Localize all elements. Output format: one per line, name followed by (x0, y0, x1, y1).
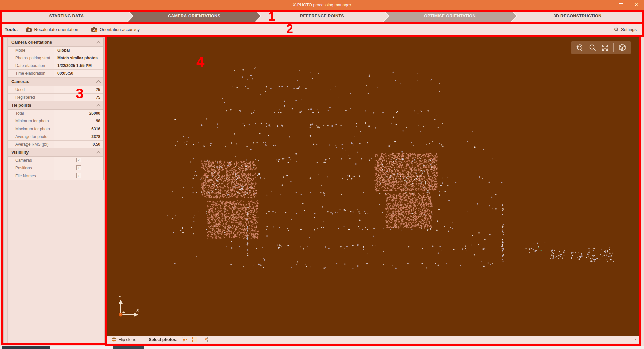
axis-z-label: Z (122, 309, 125, 314)
expand-arrows-icon (601, 43, 609, 52)
property-row: Total26000 (8, 110, 103, 117)
bottom-bar-resize-dash: - (635, 337, 636, 342)
property-value: 6316 (54, 125, 103, 133)
panel-splitter[interactable] (4, 209, 104, 209)
panel-scrollbar-track[interactable] (4, 38, 8, 344)
settings-button[interactable]: ⚙ Settings (611, 26, 639, 33)
collapse-chevron-icon[interactable] (96, 151, 101, 155)
orientation-accuracy-button[interactable]: Orientation accuracy (88, 26, 142, 33)
visibility-checkbox[interactable]: ✓ (76, 165, 81, 170)
section-header-cameras[interactable]: Cameras (8, 78, 103, 86)
restore-icon (619, 3, 623, 7)
point-cloud-canvas[interactable] (107, 37, 639, 336)
axis-y-label: Y (119, 295, 122, 300)
tools-label: Tools: (5, 27, 18, 32)
visibility-checkbox[interactable]: ✓ (76, 173, 81, 178)
fit-view-button[interactable] (599, 42, 611, 53)
toolbar-separator (85, 26, 85, 33)
property-value: 75 (54, 86, 103, 93)
property-row: Used75 (8, 86, 103, 94)
cube-view-button[interactable]: 3D (616, 42, 628, 53)
property-label: Mode (8, 47, 54, 54)
property-row: Average for photo2378 (8, 133, 103, 141)
properties-table: Camera orientationsModeGlobalPhotos pair… (8, 38, 104, 180)
workflow-tab-starting-data[interactable]: STARTING DATA (0, 10, 133, 22)
property-row: Registered75 (8, 94, 103, 101)
collapse-chevron-icon[interactable] (96, 41, 101, 45)
deselect-photos-button[interactable] (201, 337, 209, 342)
visibility-checkbox[interactable]: ✓ (76, 158, 81, 162)
point-cloud-viewport[interactable]: 3D Y X Z (107, 37, 639, 336)
property-label: Photos pairing strat... (8, 54, 54, 62)
property-label: Positions (8, 164, 54, 172)
workflow-tab-camera-orientations[interactable]: CAMERA ORIENTATIONS (128, 10, 261, 22)
app-window: { "window": { "title": "X-PHOTO processi… (0, 0, 644, 349)
section-header-tie-points[interactable]: Tie points (8, 101, 103, 110)
property-row: File Names✓ (8, 172, 103, 180)
viewport-bottom-bar: Flip cloud Select photos: - (107, 336, 639, 343)
property-row: Positions✓ (8, 164, 103, 172)
collapse-chevron-icon[interactable] (96, 104, 101, 108)
workflow-tab-reference-points[interactable]: REFERENCE POINTS (256, 10, 388, 22)
property-value: 2378 (54, 133, 103, 140)
select-photos-point-button[interactable] (180, 337, 188, 342)
gear-icon: ⚙ (614, 27, 619, 32)
bottom-bar-separator (143, 336, 143, 343)
property-row: Average RMS (px)0.50 (8, 141, 103, 148)
property-row: ModeGlobal (8, 47, 103, 54)
property-label: Average for photo (8, 133, 54, 140)
workflow-tab-optimise-orientation[interactable]: OPTIMISE ORIENTATION (383, 10, 516, 22)
restore-window-button[interactable] (613, 0, 629, 10)
property-value: 26000 (54, 110, 103, 117)
close-window-button[interactable]: × (629, 0, 644, 10)
property-label: Registered (8, 94, 54, 101)
zoom-button[interactable] (587, 42, 598, 53)
section-header-camera-orientations[interactable]: Camera orientations (8, 38, 103, 47)
taskbar-segment (2, 346, 50, 349)
titlebar: X-PHOTO processing manager × (0, 0, 644, 10)
camera-accuracy-icon (91, 27, 97, 32)
select-photos-label: Select photos: (149, 337, 178, 342)
property-label: Total (8, 110, 54, 117)
property-row: Date elaboration1/22/2025 1:55 PM (8, 62, 103, 70)
property-row: Minimum for photo98 (8, 117, 103, 125)
viewport-toolbar-separator (613, 43, 614, 52)
tools-toolbar: Tools: Recalculate orientation Orientati… (0, 22, 644, 36)
recalculate-orientation-button[interactable]: Recalculate orientation (23, 26, 81, 33)
deselect-icon (203, 337, 208, 342)
section-header-visibility[interactable]: Visibility (8, 148, 103, 157)
bottom-edge-strip (0, 346, 644, 349)
reset-rotation-button[interactable] (574, 42, 585, 53)
rotate-zoom-icon (575, 43, 584, 52)
main-area: Camera orientationsModeGlobalPhotos pair… (0, 36, 644, 346)
property-value: Match similar photos (54, 54, 103, 62)
property-value: Global (54, 47, 103, 54)
flip-cloud-icon (111, 337, 116, 342)
select-photos-rectangle-button[interactable] (191, 337, 199, 342)
section-title: Tie points (11, 103, 31, 108)
viewport-toolbar: 3D (571, 41, 631, 54)
window-controls: × (613, 0, 644, 10)
workflow-tabs: STARTING DATACAMERA ORIENTATIONSREFERENC… (0, 10, 644, 22)
property-value: ✓ (54, 164, 103, 172)
window-title: X-PHOTO processing manager (293, 3, 351, 7)
flip-cloud-button[interactable]: Flip cloud (110, 337, 138, 342)
axis-x-label: X (136, 308, 139, 313)
property-label: File Names (8, 172, 54, 180)
select-point-icon (182, 337, 187, 342)
property-row: Cameras✓ (8, 157, 103, 164)
property-label: Maximum for photo (8, 125, 54, 133)
settings-label: Settings (621, 27, 637, 32)
property-row: Photos pairing strat...Match similar pho… (8, 54, 103, 62)
property-value: ✓ (54, 157, 103, 164)
taskbar-segment (113, 346, 144, 349)
property-value: 75 (54, 94, 103, 101)
property-value: 00:05:50 (54, 70, 103, 77)
collapse-chevron-icon[interactable] (96, 80, 101, 85)
orientation-accuracy-label: Orientation accuracy (100, 27, 140, 32)
property-label: Used (8, 86, 54, 93)
property-label: Cameras (8, 157, 54, 164)
camera-refresh-icon (25, 27, 32, 32)
workflow-tab-3d-reconstruction[interactable]: 3D RECONSTRUCTION (511, 10, 644, 22)
property-value: ✓ (54, 172, 103, 180)
